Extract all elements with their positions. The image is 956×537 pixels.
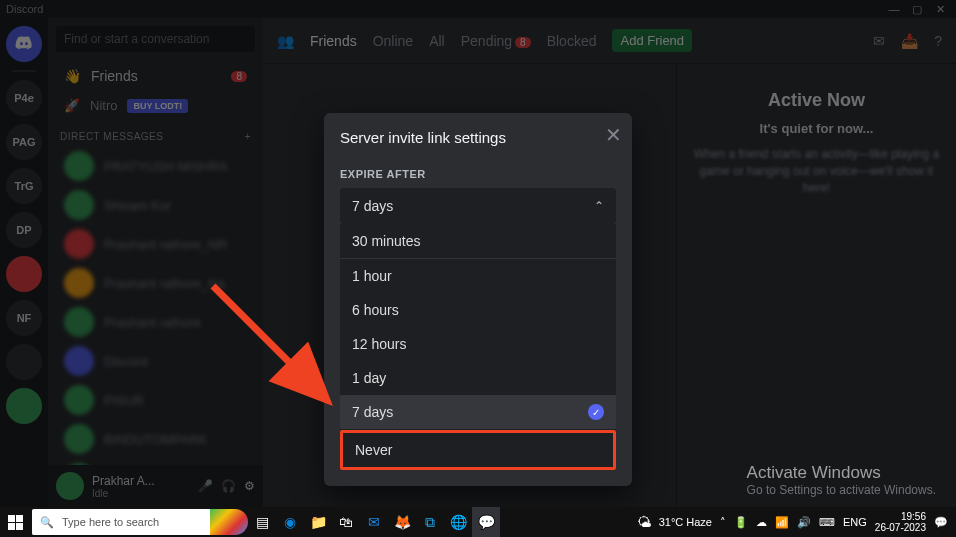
windows-taskbar: 🔍 Type here to search ▤ ◉ 📁 🛍 ✉ 🦊 ⧉ 🌐 💬 … xyxy=(0,507,956,537)
clock-date: 26-07-2023 xyxy=(875,522,926,533)
cortana-icon[interactable] xyxy=(210,509,248,535)
clock[interactable]: 19:56 26-07-2023 xyxy=(875,511,926,533)
activate-sub: Go to Settings to activate Windows. xyxy=(747,483,936,497)
check-icon: ✓ xyxy=(588,404,604,420)
windows-icon xyxy=(8,515,23,530)
notifications-icon[interactable]: 💬 xyxy=(934,516,948,529)
option-1-hour[interactable]: 1 hour xyxy=(340,259,616,293)
expire-after-select[interactable]: 7 days ⌃ xyxy=(340,188,616,224)
option-7-days[interactable]: 7 days ✓ xyxy=(340,395,616,429)
modal-close-button[interactable]: ✕ xyxy=(605,123,622,147)
modal-title: Server invite link settings xyxy=(340,129,616,146)
start-button[interactable] xyxy=(0,507,30,537)
option-6-hours[interactable]: 6 hours xyxy=(340,293,616,327)
task-view-icon[interactable]: ▤ xyxy=(248,507,276,537)
mail-icon[interactable]: ✉ xyxy=(360,507,388,537)
system-tray: 🌤 31°C Haze ˄ 🔋 ☁ 📶 🔊 ⌨ ENG 19:56 26-07-… xyxy=(629,511,956,533)
keyboard-icon[interactable]: ⌨ xyxy=(819,516,835,529)
option-label: 7 days xyxy=(352,404,393,420)
weather-text[interactable]: 31°C Haze xyxy=(659,516,712,528)
chevron-up-icon: ⌃ xyxy=(594,199,604,213)
select-options: 30 minutes 1 hour 6 hours 12 hours 1 day… xyxy=(340,224,616,470)
option-never[interactable]: Never xyxy=(340,430,616,470)
discord-taskbar-icon[interactable]: 💬 xyxy=(472,507,500,537)
option-30-minutes[interactable]: 30 minutes xyxy=(340,224,616,259)
onedrive-icon[interactable]: ☁ xyxy=(756,516,767,529)
store-icon[interactable]: 🛍 xyxy=(332,507,360,537)
select-value: 7 days xyxy=(352,198,393,214)
vscode-icon[interactable]: ⧉ xyxy=(416,507,444,537)
option-12-hours[interactable]: 12 hours xyxy=(340,327,616,361)
search-icon: 🔍 xyxy=(40,516,54,529)
edge-icon[interactable]: ◉ xyxy=(276,507,304,537)
invite-settings-modal: Server invite link settings ✕ EXPIRE AFT… xyxy=(324,113,632,486)
activate-windows-watermark: Activate Windows Go to Settings to activ… xyxy=(747,463,936,497)
explorer-icon[interactable]: 📁 xyxy=(304,507,332,537)
language-indicator[interactable]: ENG xyxy=(843,516,867,528)
option-1-day[interactable]: 1 day xyxy=(340,361,616,395)
taskbar-search[interactable]: 🔍 Type here to search xyxy=(32,509,224,535)
firefox-icon[interactable]: 🦊 xyxy=(388,507,416,537)
search-placeholder: Type here to search xyxy=(62,516,159,528)
clock-time: 19:56 xyxy=(875,511,926,522)
weather-icon[interactable]: 🌤 xyxy=(637,514,651,530)
battery-icon[interactable]: 🔋 xyxy=(734,516,748,529)
volume-icon[interactable]: 🔊 xyxy=(797,516,811,529)
expire-after-label: EXPIRE AFTER xyxy=(340,168,616,180)
tray-chevron-icon[interactable]: ˄ xyxy=(720,516,726,529)
chrome-icon[interactable]: 🌐 xyxy=(444,507,472,537)
taskbar-apps: ▤ ◉ 📁 🛍 ✉ 🦊 ⧉ 🌐 💬 xyxy=(248,507,500,537)
activate-title: Activate Windows xyxy=(747,463,936,483)
wifi-icon[interactable]: 📶 xyxy=(775,516,789,529)
